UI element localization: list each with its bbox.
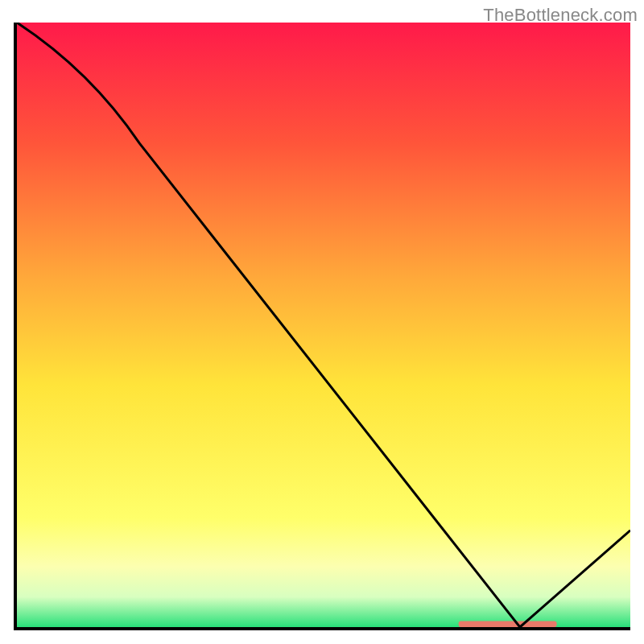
chart-container: TheBottleneck.com: [0, 0, 644, 644]
optimum-marker: [459, 621, 557, 627]
plot-svg: [14, 23, 630, 630]
plot-background: [17, 23, 630, 627]
attribution-text: TheBottleneck.com: [483, 5, 638, 26]
plot-frame: [14, 23, 630, 630]
